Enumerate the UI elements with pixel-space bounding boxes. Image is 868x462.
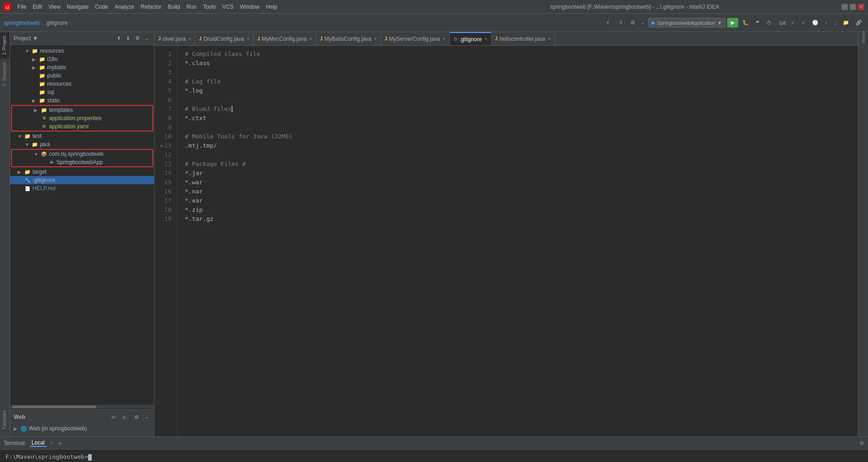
breadcrumb-project[interactable]: springbootweb <box>4 20 39 26</box>
tab-myserverconfig[interactable]: J MyServerConfig.java × <box>381 32 450 46</box>
tab-olver[interactable]: J olver.java × <box>155 32 195 46</box>
tab-mybatisconfig[interactable]: J MyBatisConfig.java × <box>316 32 381 46</box>
favorites-side-tab[interactable]: Favorites <box>0 407 10 433</box>
web-panel-content: ▶ 🌐 Web (in springbootweb) <box>14 423 150 434</box>
menu-build[interactable]: Build <box>165 3 183 11</box>
tree-item-mybatis[interactable]: ▶ 📁 mybatis <box>10 63 154 72</box>
terminal-tab-close-btn[interactable]: × <box>50 440 53 446</box>
tab-close-mybatis[interactable]: × <box>374 36 377 41</box>
code-editor[interactable]: 1 2 3 4 5 6 7 8 9 10 ▶11 12 13 14 15 16 … <box>155 46 858 436</box>
right-tab-1[interactable]: Maven <box>858 32 868 42</box>
tree-item-resources[interactable]: ▼ 📁 resources <box>10 47 154 55</box>
debug-button[interactable]: 🐛 <box>740 18 751 27</box>
menu-view[interactable]: View <box>46 3 63 11</box>
web-panel-settings-btn[interactable]: ⚙ <box>132 413 141 422</box>
menu-help[interactable]: Help <box>263 3 280 11</box>
project-dropdown-icon[interactable]: ▼ <box>33 35 38 42</box>
tab-close-gitignore[interactable]: × <box>485 37 487 42</box>
spring-app-icon: ☘ <box>48 159 55 166</box>
terminal-add-btn[interactable]: + <box>56 440 64 447</box>
folder-icon-static: 📁 <box>39 97 46 104</box>
window-controls: ─ □ ✕ <box>841 4 864 10</box>
tree-item-helpmd[interactable]: ▶ 📄 HELP.md <box>10 184 154 192</box>
project-settings-btn[interactable]: ⚙ <box>133 34 142 43</box>
project-scroll-down-btn[interactable]: ⬇ <box>124 34 132 42</box>
tree-item-resources-sub[interactable]: ▶ 📁 resources <box>10 80 154 88</box>
tab-druidconfig[interactable]: J DruidConfig.java × <box>195 32 254 46</box>
folder-icon-test: 📁 <box>24 132 31 140</box>
tab-close-druid[interactable]: × <box>247 36 249 41</box>
folder-icon-resources-sub: 📁 <box>39 80 46 88</box>
tab-close-hello[interactable]: × <box>548 36 551 41</box>
terminal-content[interactable]: F:\Maven\springbootweb> <box>0 450 868 462</box>
code-line-9 <box>185 123 851 132</box>
toolbar-forward-btn[interactable] <box>615 18 626 28</box>
maximize-button[interactable]: □ <box>850 4 856 10</box>
menu-refactor[interactable]: Refactor <box>138 3 164 11</box>
folder-icon: 📁 <box>31 47 39 55</box>
git-pull-btn[interactable]: ↓ <box>832 19 839 27</box>
tab-hellocontroller[interactable]: J hellocontroller.java × <box>492 32 555 46</box>
tree-item-test[interactable]: ▼ 📁 test <box>10 132 154 140</box>
run-config-dropdown[interactable]: ▶ SpringbootwebApplication ▼ <box>648 18 725 28</box>
menu-tools[interactable]: Tools <box>200 3 219 11</box>
project-close-btn[interactable]: – <box>143 34 150 43</box>
web-panel-sort2-btn[interactable]: ≡↓ <box>121 413 130 422</box>
web-panel-close-btn[interactable]: – <box>143 413 150 422</box>
minimize-button[interactable]: ─ <box>841 4 848 10</box>
menu-run[interactable]: Run <box>184 3 199 11</box>
tree-item-gitignore[interactable]: ▶ 🔧 .gitignore <box>10 176 154 184</box>
web-panel-sort-btn[interactable]: ≡↑ <box>109 413 119 422</box>
tab-gitignore[interactable]: ⚙ .gitignore × <box>450 32 492 46</box>
terminal-tab-local[interactable]: Local <box>30 440 47 447</box>
tab-close-mymvc[interactable]: × <box>310 36 312 41</box>
git-ext-btn[interactable]: 🔗 <box>853 18 864 27</box>
menu-analyze[interactable]: Analyze <box>112 3 137 11</box>
git-label: Git: <box>779 20 787 26</box>
menu-edit[interactable]: Edit <box>30 3 45 11</box>
git-history-btn[interactable]: 🕐 <box>810 18 821 27</box>
profile-button[interactable]: ⏱ <box>764 19 774 27</box>
git-folder-btn[interactable]: 📁 <box>840 18 851 27</box>
breadcrumb-file[interactable]: .gitignore <box>45 20 67 26</box>
tab-close-olver[interactable]: × <box>188 36 191 41</box>
tree-item-com-pkg[interactable]: ▼ 📦 com.lsj.springbootweb <box>12 150 152 158</box>
toolbar-settings-btn[interactable]: ⚙ <box>628 18 637 27</box>
terminal-settings-btn[interactable]: ⚙ <box>859 440 864 446</box>
git-checkmark-btn[interactable]: ✓ <box>789 18 797 27</box>
menu-navigate[interactable]: Navigate <box>64 3 91 11</box>
menu-file[interactable]: File <box>15 3 29 11</box>
code-line-13: # Package Files # <box>185 160 851 169</box>
tab-mymvcconfig[interactable]: J MyMvcConfig.java × <box>254 32 316 46</box>
toolbar-back-btn[interactable] <box>603 18 614 28</box>
tab-close-myserver[interactable]: × <box>443 36 446 41</box>
run-button[interactable]: ▶ <box>727 18 738 28</box>
git-check2-btn[interactable]: ✓ <box>799 18 808 27</box>
menu-vcs[interactable]: VCS <box>220 3 237 11</box>
project-label: Project <box>14 35 31 42</box>
code-line-5: *.log <box>185 86 851 95</box>
tree-item-java-test[interactable]: ▼ 📁 java <box>10 140 154 148</box>
project-scrollbar[interactable] <box>12 406 152 408</box>
coverage-button[interactable]: ☂ <box>753 18 762 27</box>
svg-text:IJ: IJ <box>6 5 9 10</box>
menu-code[interactable]: Code <box>92 3 111 11</box>
menu-window[interactable]: Window <box>237 3 262 11</box>
toolbar-dash-btn[interactable]: – <box>639 19 647 27</box>
tree-item-spring-app[interactable]: ▶ ☘ SpringbootwebApp <box>12 158 152 166</box>
web-panel-item[interactable]: ▶ 🌐 Web (in springbootweb) <box>14 424 150 433</box>
close-button[interactable]: ✕ <box>858 4 864 10</box>
tree-item-i18n[interactable]: ▶ 📁 i18n <box>10 55 154 63</box>
tree-item-target[interactable]: ▶ 📁 target <box>10 168 154 176</box>
tree-item-app-props[interactable]: ▶ ⚙ application.properties <box>12 114 152 122</box>
tree-item-sql[interactable]: ▶ 📁 sql <box>10 88 154 96</box>
tree-item-templates[interactable]: ▶ 📁 templates <box>12 106 152 114</box>
project-side-tab[interactable]: 1: Project <box>0 32 10 59</box>
git-push-btn[interactable]: ↑ <box>823 19 830 27</box>
tree-item-app-yaml[interactable]: ▶ ⚙ application.yaml <box>12 122 152 131</box>
structure-side-tab[interactable]: 2: Structure <box>0 59 10 90</box>
code-content[interactable]: # Compiled class file *.class # Log file… <box>177 46 858 436</box>
project-scroll-up-btn[interactable]: ⬆ <box>115 34 123 42</box>
tree-item-static[interactable]: ▶ 📁 static <box>10 96 154 104</box>
tree-item-public[interactable]: ▶ 📁 public <box>10 72 154 80</box>
